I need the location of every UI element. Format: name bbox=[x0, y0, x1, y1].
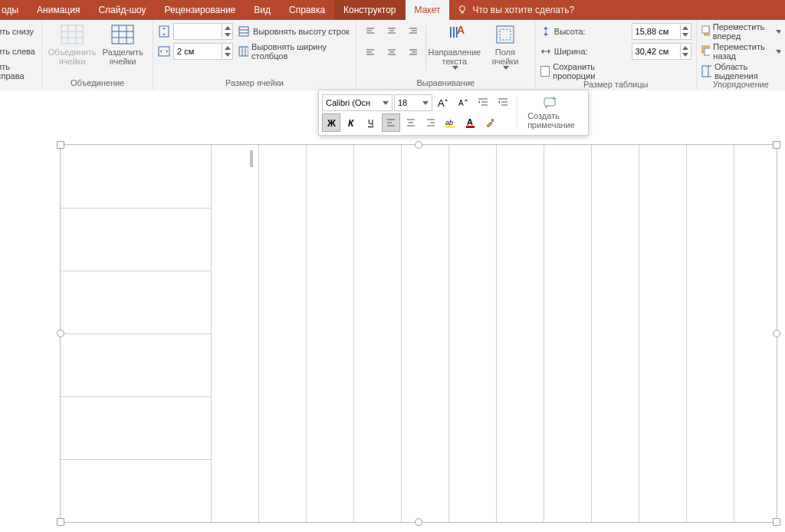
decrease-indent-button[interactable] bbox=[474, 94, 492, 112]
chevron-down-icon[interactable] bbox=[379, 101, 392, 105]
merge-group-title: Объединение bbox=[47, 78, 148, 90]
svg-rect-39 bbox=[497, 26, 514, 43]
distribute-cols-button[interactable]: Выровнять ширину столбцов bbox=[238, 43, 351, 60]
table-width-label: Ширина: bbox=[554, 47, 588, 56]
svg-rect-47 bbox=[702, 66, 711, 77]
align-top-left[interactable] bbox=[361, 22, 379, 41]
distribute-rows-button[interactable]: Выровнять высоту строк bbox=[238, 23, 351, 40]
resize-handle[interactable] bbox=[57, 141, 64, 149]
tab-review[interactable]: Рецензирование bbox=[156, 0, 245, 20]
row-height-input[interactable] bbox=[173, 23, 233, 40]
svg-text:A: A bbox=[467, 117, 473, 126]
tab-slideshow[interactable]: Слайд-шоу bbox=[89, 0, 155, 20]
table-height-label: Высота: bbox=[554, 27, 586, 36]
align-mid-center[interactable] bbox=[383, 42, 401, 61]
bring-forward-button[interactable]: Переместить вперед bbox=[701, 23, 780, 40]
distribute-rows-icon bbox=[238, 25, 250, 38]
comment-icon: + bbox=[544, 96, 559, 110]
svg-rect-1 bbox=[61, 25, 83, 44]
format-painter-button[interactable] bbox=[481, 113, 500, 132]
svg-rect-73 bbox=[491, 119, 494, 122]
align-left-button[interactable] bbox=[382, 113, 400, 132]
svg-rect-16 bbox=[239, 47, 248, 56]
svg-rect-70 bbox=[445, 126, 455, 128]
align-top-right[interactable] bbox=[404, 22, 422, 41]
insert-below-button[interactable]: ить снизу bbox=[0, 23, 34, 40]
resize-handle[interactable] bbox=[415, 518, 422, 526]
spin-down-icon[interactable] bbox=[222, 31, 232, 38]
split-cells-button[interactable]: Разделить ячейки bbox=[97, 21, 148, 69]
resize-handle[interactable] bbox=[57, 330, 64, 337]
font-family-combo[interactable] bbox=[322, 94, 392, 111]
paintbrush-icon bbox=[484, 117, 497, 128]
resize-handle[interactable] bbox=[773, 518, 780, 526]
selection-pane-icon bbox=[701, 65, 711, 77]
tell-me[interactable]: Что вы хотите сделать? bbox=[449, 5, 582, 15]
selection-pane-button[interactable]: Область выделения bbox=[701, 63, 780, 80]
resize-handle[interactable] bbox=[415, 141, 422, 149]
chevron-down-icon bbox=[776, 30, 780, 34]
ribbon: ить снизу ить слева ить справа Объединит… bbox=[0, 20, 785, 91]
align-center-button[interactable] bbox=[402, 113, 420, 132]
lightbulb-icon bbox=[457, 5, 468, 15]
font-color-button[interactable]: A bbox=[461, 113, 480, 132]
col-width-input[interactable] bbox=[173, 43, 233, 60]
selected-table[interactable] bbox=[60, 144, 777, 523]
slide-canvas[interactable] bbox=[0, 90, 785, 532]
lock-aspect-checkbox[interactable]: Сохранить пропорции bbox=[540, 63, 629, 80]
tab-help[interactable]: Справка bbox=[280, 0, 334, 20]
new-comment-button[interactable]: + Создать примечание bbox=[517, 96, 585, 130]
insert-left-button[interactable]: ить слева bbox=[0, 43, 35, 60]
text-direction-icon: |||A bbox=[445, 25, 465, 44]
arrange-group-title: Упорядочение bbox=[701, 80, 780, 90]
underline-button[interactable]: Ч bbox=[362, 113, 380, 132]
tab-design[interactable]: Конструктор bbox=[334, 0, 405, 20]
merge-cells-button: Объединить ячейки bbox=[47, 21, 97, 69]
svg-rect-44 bbox=[702, 26, 709, 33]
tell-me-label: Что вы хотите сделать? bbox=[472, 5, 574, 15]
svg-rect-40 bbox=[500, 29, 511, 40]
table-width-input[interactable] bbox=[632, 43, 691, 60]
bold-button[interactable]: Ж bbox=[322, 113, 340, 132]
tab-animation[interactable]: Анимация bbox=[28, 0, 89, 20]
highlight-button[interactable]: ab bbox=[442, 113, 460, 132]
send-backward-button[interactable]: Переместить назад bbox=[701, 43, 780, 60]
grow-font-button[interactable]: A bbox=[434, 94, 452, 112]
align-mid-right[interactable] bbox=[404, 42, 422, 61]
chevron-down-icon[interactable] bbox=[419, 101, 432, 105]
tab-layout[interactable]: Макет bbox=[406, 0, 450, 20]
tab-transitions[interactable]: оды bbox=[0, 0, 28, 20]
resize-handle[interactable] bbox=[57, 518, 64, 526]
increase-indent-button[interactable] bbox=[494, 94, 512, 112]
col-width-icon bbox=[158, 45, 170, 57]
svg-text:ab: ab bbox=[445, 119, 453, 126]
italic-button[interactable]: К bbox=[342, 113, 360, 132]
alignment-group-title: Выравнивание bbox=[361, 78, 530, 90]
insert-right-button[interactable]: ить справа bbox=[0, 63, 37, 80]
align-top-center[interactable] bbox=[383, 22, 401, 41]
svg-rect-6 bbox=[112, 25, 133, 44]
distribute-cols-icon bbox=[238, 45, 248, 57]
split-cells-icon bbox=[111, 25, 134, 44]
align-right-button[interactable] bbox=[422, 113, 440, 132]
shrink-font-button[interactable]: A bbox=[454, 94, 472, 112]
merge-cells-icon bbox=[61, 25, 84, 44]
align-mid-left[interactable] bbox=[361, 42, 379, 61]
table-height-input[interactable] bbox=[632, 23, 691, 40]
resize-handle[interactable] bbox=[773, 141, 780, 149]
svg-text:A: A bbox=[438, 97, 445, 109]
svg-rect-72 bbox=[466, 126, 475, 128]
spin-up-icon[interactable] bbox=[222, 25, 232, 31]
svg-rect-46 bbox=[705, 48, 711, 55]
tab-view[interactable]: Вид bbox=[245, 0, 280, 20]
cell-margins-icon bbox=[495, 25, 515, 44]
text-direction-button[interactable]: |||A Направление текста bbox=[429, 21, 480, 76]
svg-text:К: К bbox=[348, 118, 355, 128]
font-size-combo[interactable] bbox=[394, 94, 432, 111]
cell-margins-button[interactable]: Поля ячейки bbox=[480, 21, 530, 76]
width-icon bbox=[540, 46, 551, 57]
resize-handle[interactable] bbox=[773, 330, 780, 337]
tablesize-group-title: Размер таблицы bbox=[540, 80, 691, 90]
row-height-icon bbox=[158, 25, 170, 38]
svg-text:Ж: Ж bbox=[327, 118, 336, 128]
